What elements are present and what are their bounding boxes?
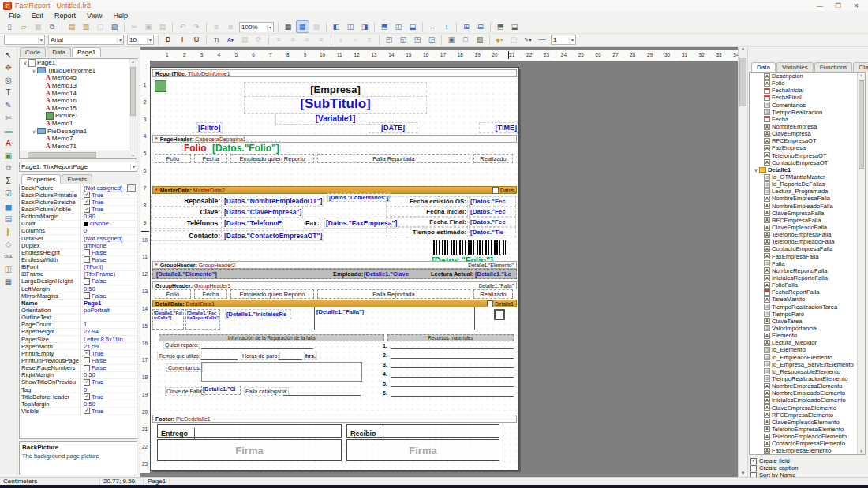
column-cell-2[interactable]: Fecha	[194, 154, 227, 163]
field-item-inicialesreportofalla[interactable]: AInicialesReportoFalla	[750, 274, 865, 281]
label-falla-catalogada[interactable]: Falla catalogada:	[245, 389, 287, 394]
band-header-pageheader[interactable]: * PageHeader: CabeceraDepagina1	[152, 135, 517, 143]
table-object[interactable]: ▦	[2, 275, 15, 288]
memo-empresa[interactable]: [Empresa]	[245, 84, 425, 95]
detail-cell-foliofalla[interactable]: [Detalle1."FolioFalla"]	[152, 309, 184, 330]
field-item-foliofalla[interactable]: AFolioFalla	[750, 281, 865, 289]
tree-item-memo1[interactable]: AMemo1	[20, 120, 137, 128]
label-fecha-inicial[interactable]: Fecha Inicial:	[387, 208, 466, 215]
tab-events[interactable]: Events	[62, 174, 92, 184]
property-value[interactable]: ✓True	[81, 393, 137, 400]
recibio-firma-box[interactable]: Firma	[346, 439, 499, 461]
bold-button[interactable]: B	[162, 34, 175, 47]
property-value[interactable]: 0.80	[81, 213, 137, 220]
frame-bottom-button[interactable]: ◱	[397, 34, 410, 47]
field-item-nombreempresafalla[interactable]: ANombreEmpresaFalla	[750, 195, 865, 202]
column-cell-4[interactable]: Falla Reportada	[317, 289, 470, 299]
checkbox-icon[interactable]: ✓	[84, 393, 90, 400]
tab-code[interactable]: Code	[20, 47, 46, 57]
font-color-button[interactable]: A▾	[224, 34, 238, 47]
field-item-descripcion[interactable]: ADescripcion	[750, 73, 865, 80]
field-item-comentarios[interactable]: .0Comentarios	[750, 102, 865, 109]
report-tree-hscrollbar[interactable]	[20, 151, 129, 158]
property-value[interactable]: Letter 8.5x11in.	[81, 336, 137, 343]
show-grid-button[interactable]: ▦	[282, 20, 295, 33]
text-object[interactable]: A	[2, 136, 15, 149]
menu-view[interactable]: View	[81, 12, 107, 20]
rotate-text-button[interactable]: ⟳	[253, 34, 266, 47]
option-create-field[interactable]: ✓Create field	[750, 457, 790, 464]
report-tree[interactable]: ∨Page1∨TituloDeInforme1AMemo45AMemo13AMe…	[19, 58, 137, 159]
band-header-groupheader2[interactable]: * GroupHeader: GroupHeader2 Detalle1."El…	[152, 261, 517, 269]
field-item-tareamantto[interactable]: ATareaMantto	[750, 296, 865, 303]
align-text-right-button[interactable]: ≡	[301, 34, 314, 47]
label-quien-reparo[interactable]: Quien reparo:	[165, 342, 199, 348]
label-reposable[interactable]: Reposable:	[152, 197, 220, 205]
same-height-button[interactable]: ⊟	[474, 20, 488, 33]
column-cell-4[interactable]: Falla Reportada	[317, 154, 470, 163]
frame-none-button[interactable]: □	[459, 34, 473, 47]
property-value[interactable]: Page1	[81, 300, 137, 307]
value-fecha-inicial[interactable]: [Datos."Fec	[470, 208, 514, 215]
paste-button[interactable]: ▤	[156, 20, 170, 33]
underline-button[interactable]: U	[190, 34, 204, 47]
tree-item-piedepagina1[interactable]: ∨PieDepagina1	[20, 127, 137, 135]
center-vertically-button[interactable]: ↕	[440, 20, 454, 33]
label-hrs[interactable]: hrs.	[305, 353, 316, 359]
redo-button[interactable]: ↷	[190, 20, 204, 33]
center-horizontally-button[interactable]: ↔	[426, 20, 440, 33]
checkbox-icon[interactable]: ✓	[750, 458, 757, 464]
align-vert-centers-button[interactable]: ◫	[392, 20, 406, 33]
field-item-claveempleadoelemento[interactable]: AClaveEmpleadoElemento	[750, 419, 865, 426]
design-canvas[interactable]: ReportTitle: TituloDeInforme1 [Empresa] …	[150, 61, 738, 473]
richtext-object[interactable]: ▤	[2, 212, 15, 225]
page-tab[interactable]: Page1	[144, 478, 170, 485]
data-fields-tree[interactable]: ADescripcionAFolioFechaInicialFechaFinal…	[749, 72, 866, 455]
field-item-faxempresaelemento[interactable]: AFaxEmpresaElemento	[750, 447, 865, 454]
band-header-masterdata[interactable]: * MasterData: MasterData2 Datos	[152, 186, 517, 194]
expand-icon[interactable]: ∨	[31, 68, 37, 73]
expand-icon[interactable]: ∨	[22, 60, 28, 65]
value-tiempo-estimado[interactable]: [Datos."Tie	[470, 229, 514, 236]
checkbox-icon[interactable]	[84, 357, 90, 363]
expand-icon[interactable]: ∨	[31, 129, 37, 134]
report-tree-vscrollbar[interactable]: ▴▾	[129, 59, 137, 158]
tree-item-memo45[interactable]: AMemo45	[20, 74, 137, 82]
field-item-faxempresafalla[interactable]: AFaxEmpresaFalla	[750, 253, 865, 260]
property-value[interactable]: clNone	[81, 220, 137, 227]
ole-object[interactable]: OLE	[2, 250, 15, 263]
frame-line-style-button[interactable]: —	[536, 34, 549, 47]
value-fax[interactable]: [Datos."FaxEmpresa"]	[326, 219, 397, 227]
property-value[interactable]: ✓True	[81, 206, 137, 213]
barcode-object[interactable]: ∥	[2, 225, 15, 237]
memo-subtitulo[interactable]: [SubTitulo]	[245, 96, 425, 112]
preview-button[interactable]: ⧉	[46, 20, 59, 33]
justify-text-button[interactable]: ≡	[315, 34, 328, 47]
style-combo[interactable]: ▾	[4, 35, 45, 45]
section-reparacion[interactable]: Información de la Reparación de la falla	[159, 334, 384, 341]
column-cell-1[interactable]: Folio	[155, 154, 191, 163]
menu-report[interactable]: Report	[49, 12, 81, 20]
label-tiempo-estimado[interactable]: Tiempo estimado:	[387, 229, 466, 236]
field-item-telefonoempleadofalla[interactable]: ATelefonoEmpleadoFalla	[750, 238, 865, 245]
property-grid[interactable]: BackPicture(Not assigned)–BackPicturePri…	[19, 184, 137, 439]
field-item-fecha[interactable]: Fecha	[750, 116, 865, 123]
resource-line-1[interactable]: 1.	[383, 343, 514, 351]
label-fecha-emision[interactable]: Fecha emisión OS:	[387, 198, 466, 205]
report-page[interactable]: ReportTitle: TituloDeInforme1 [Empresa] …	[150, 67, 519, 471]
tab-page1[interactable]: Page1	[72, 47, 101, 57]
align-text-middle-button[interactable]: =	[349, 34, 362, 47]
text-editor-tool[interactable]: T	[2, 86, 15, 99]
memo-folio-label[interactable]: Folio	[184, 143, 207, 154]
align-top-edges-button[interactable]: ⬒	[378, 20, 391, 33]
property-value[interactable]: False	[81, 357, 137, 364]
checkbox-icon[interactable]	[750, 465, 757, 471]
band-header-footer[interactable]: Footer: PieDedetalle1	[152, 415, 517, 423]
menu-help[interactable]: Help	[107, 12, 133, 20]
label-clave-falla[interactable]: Clave de Falla:	[166, 389, 204, 394]
picture-object[interactable]: ▣	[2, 149, 15, 162]
format-painter-tool[interactable]: ✎	[2, 99, 15, 111]
value-lectura[interactable]: [Detalle1."Le	[475, 270, 511, 278]
field-item-nombreempleadofalla[interactable]: ANombreEmpleadoFalla	[750, 203, 865, 210]
minimize-button[interactable]: —	[814, 2, 825, 9]
